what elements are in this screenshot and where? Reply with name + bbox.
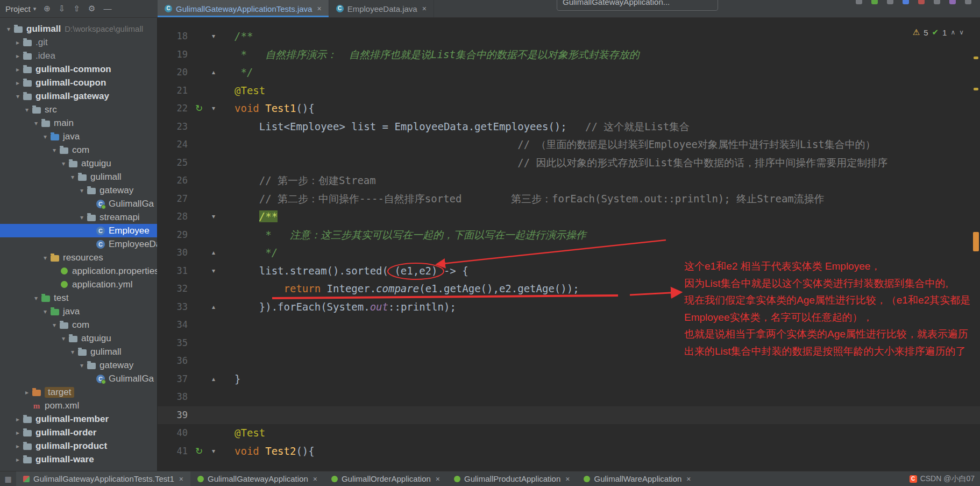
tree-item-com[interactable]: ▾com — [0, 318, 157, 332]
tree-item-java[interactable]: ▾java — [0, 305, 157, 318]
run-tab-gulimallorderapplication[interactable]: GulimallOrderApplication× — [324, 471, 447, 486]
close-icon[interactable]: × — [422, 4, 427, 13]
code-line-18[interactable]: 18▾/** — [158, 27, 980, 46]
fold-open-icon[interactable]: ▾ — [207, 442, 220, 461]
locate-file-icon[interactable]: ⊕ — [44, 4, 51, 13]
code-line-19[interactable]: 19 * 自然排序演示： 自然排序也就是说List集合中的数据不是以对象形式封装… — [158, 46, 980, 64]
code-line-29[interactable]: 29 * 注意：这三步其实可以写在一起的，下面以写在一起进行演示操作 — [158, 226, 980, 244]
close-icon[interactable]: × — [317, 4, 321, 13]
close-icon[interactable]: × — [436, 475, 440, 483]
fold-close-icon[interactable]: ▴ — [207, 64, 220, 82]
tree-item-test[interactable]: ▾test — [0, 291, 157, 305]
editor-scrollbar[interactable] — [972, 18, 980, 471]
editor-tab-gulimallgatewayapplicationtests-java[interactable]: GulimallGatewayApplicationTests.java× — [158, 0, 329, 17]
tree-item-streamapi[interactable]: ▾streamapi — [0, 210, 157, 224]
fold-open-icon[interactable]: ▾ — [207, 100, 220, 118]
chevron-down-icon[interactable]: ▾ — [77, 362, 86, 369]
tree-item-pom-xml[interactable]: pom.xml — [0, 399, 157, 412]
tree-item-com[interactable]: ▾com — [0, 143, 157, 157]
tree-item-gulimall-order[interactable]: ▸gulimall-order — [0, 426, 157, 439]
tree-item-gulimall[interactable]: ▾gulimallD:\workspace\gulimall — [0, 22, 157, 36]
chevron-down-icon[interactable]: ▾ — [32, 294, 40, 302]
search-everywhere-icon[interactable] — [965, 0, 971, 4]
code-line-28[interactable]: 28▾ /** — [158, 208, 980, 226]
run-icon[interactable] — [871, 0, 878, 4]
chevron-right-icon[interactable]: ▸ — [13, 39, 22, 46]
tree-item-gateway[interactable]: ▾gateway — [0, 358, 157, 372]
close-icon[interactable]: × — [179, 475, 183, 483]
chevron-down-icon[interactable]: ▾ — [23, 106, 31, 114]
tree-item-gulimall[interactable]: ▾gulimall — [0, 170, 157, 184]
project-dropdown[interactable]: Project ▾ — [5, 4, 36, 13]
code-line-24[interactable]: 24 // （里面的数据是以封装到Employee对象属性中进行封装到List集… — [158, 136, 980, 154]
prev-issue-icon[interactable]: ∧ — [950, 29, 955, 36]
profiler-icon[interactable] — [934, 0, 940, 4]
tree-item-gulimall-product[interactable]: ▸gulimall-product — [0, 439, 157, 453]
chevron-down-icon[interactable]: ▾ — [59, 160, 68, 167]
fold-open-icon[interactable]: ▾ — [207, 27, 220, 46]
code-line-38[interactable]: 38 — [158, 388, 980, 406]
build-icon[interactable] — [856, 0, 862, 4]
run-configuration-select[interactable]: GulimallGatewayApplication... — [557, 0, 718, 11]
code-line-26[interactable]: 26 // 第一步：创建Stream — [158, 172, 980, 190]
code-line-22[interactable]: 22↻▾void Test1(){ — [158, 100, 980, 118]
tree-item-target[interactable]: ▸target — [0, 385, 157, 399]
tree-item-gulimallga[interactable]: GulimallGa — [0, 372, 157, 385]
tree-item-application-yml[interactable]: application.yml — [0, 278, 157, 291]
close-icon[interactable]: × — [686, 475, 691, 483]
code-line-39[interactable]: 39 — [158, 406, 980, 425]
tree-item-application-properties[interactable]: application.properties — [0, 264, 157, 278]
code-line-21[interactable]: 21@Test — [158, 82, 980, 100]
chevron-down-icon[interactable]: ▾ — [41, 308, 49, 315]
tree-item-java[interactable]: ▾java — [0, 130, 157, 143]
tree-item-employeedata[interactable]: EmployeeData — [0, 237, 157, 251]
chevron-down-icon[interactable]: ▾ — [13, 93, 22, 100]
chevron-down-icon[interactable]: ▾ — [59, 335, 68, 342]
tree-item-atguigu[interactable]: ▾atguigu — [0, 157, 157, 170]
chevron-right-icon[interactable]: ▸ — [13, 442, 22, 450]
coverage-icon[interactable] — [903, 0, 909, 4]
tree-item-git[interactable]: ▸.git — [0, 36, 157, 49]
tree-item-gulimall-coupon[interactable]: ▸gulimall-coupon — [0, 76, 157, 89]
tree-item-atguigu[interactable]: ▾atguigu — [0, 332, 157, 345]
tree-item-gateway[interactable]: ▾gateway — [0, 184, 157, 197]
tree-item-idea[interactable]: ▸.idea — [0, 49, 157, 62]
chevron-down-icon[interactable]: ▾ — [41, 254, 49, 262]
chevron-down-icon[interactable]: ▾ — [77, 187, 86, 194]
tree-item-employee[interactable]: Employee — [0, 224, 157, 237]
tool-windows-icon[interactable]: ▦ — [0, 475, 16, 483]
code-line-27[interactable]: 27 // 第二步：中间操作----自然排序sorted 第三步：forEach… — [158, 190, 980, 208]
chevron-right-icon[interactable]: ▸ — [13, 66, 22, 73]
chevron-down-icon[interactable]: ▾ — [32, 119, 40, 127]
chevron-down-icon[interactable]: ▾ — [41, 133, 49, 140]
next-issue-icon[interactable]: ∨ — [959, 29, 964, 36]
vcs-icon[interactable] — [949, 0, 956, 4]
chevron-down-icon[interactable]: ▾ — [68, 173, 77, 181]
code-line-23[interactable]: 23 List<Employee> list = EmployeeData.ge… — [158, 118, 980, 136]
chevron-right-icon[interactable]: ▸ — [13, 79, 22, 87]
editor-tab-employeedata-java[interactable]: EmployeeData.java× — [329, 0, 434, 17]
run-tab-gulimallwareapplication[interactable]: GulimallWareApplication× — [577, 471, 698, 486]
fold-open-icon[interactable]: ▾ — [207, 262, 220, 280]
chevron-right-icon[interactable]: ▸ — [23, 389, 31, 396]
run-tab-gulimallgatewayapplicationtests-test1[interactable]: GulimallGatewayApplicationTests.Test1× — [16, 471, 190, 486]
hide-panel-icon[interactable]: — — [103, 4, 111, 13]
tree-item-resources[interactable]: ▾resources — [0, 251, 157, 264]
chevron-down-icon[interactable]: ▾ — [77, 214, 86, 221]
code-line-25[interactable]: 25 // 因此以对象的形式存放到List集合中数据的话，排序中间操作需要用定制… — [158, 154, 980, 172]
settings-gear-icon[interactable]: ⚙ — [88, 4, 95, 13]
code-line-40[interactable]: 40@Test — [158, 424, 980, 442]
collapse-all-icon[interactable]: ⇩ — [59, 4, 66, 13]
chevron-down-icon[interactable]: ▾ — [4, 25, 13, 33]
close-icon[interactable]: × — [565, 475, 570, 483]
tree-item-gulimall-common[interactable]: ▸gulimall-common — [0, 62, 157, 76]
fold-open-icon[interactable]: ▾ — [207, 208, 220, 226]
tree-item-gulimall-gateway[interactable]: ▾gulimall-gateway — [0, 89, 157, 103]
inspections-widget[interactable]: ⚠ 5 ✔ 1 ∧ ∨ — [913, 27, 964, 37]
tree-item-main[interactable]: ▾main — [0, 116, 157, 130]
tree-item-gulimall[interactable]: ▾gulimall — [0, 345, 157, 358]
chevron-down-icon[interactable]: ▾ — [50, 146, 59, 154]
stop-icon[interactable] — [918, 0, 925, 4]
chevron-right-icon[interactable]: ▸ — [13, 456, 22, 463]
code-line-37[interactable]: 37▴} — [158, 370, 980, 389]
